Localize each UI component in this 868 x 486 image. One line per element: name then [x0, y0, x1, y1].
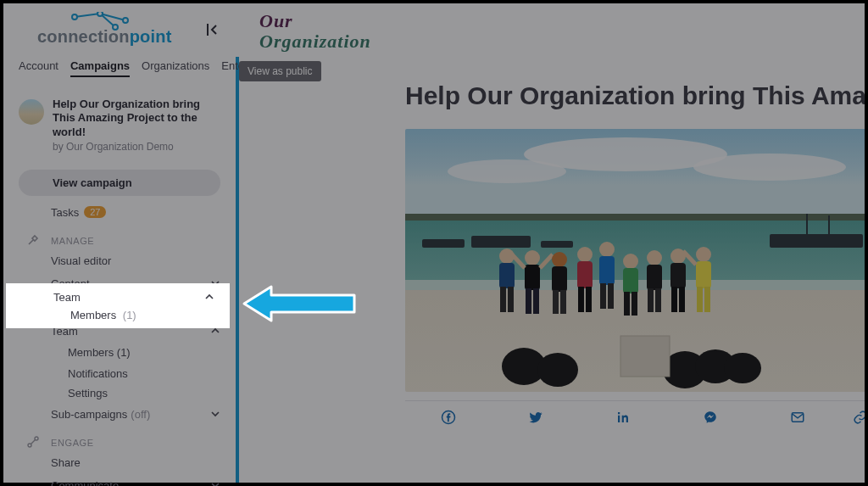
svg-point-60	[670, 249, 686, 264]
svg-rect-17	[471, 236, 531, 248]
subcampaigns-state: (off)	[131, 408, 150, 421]
sidebar-item-tasks[interactable]: Tasks 27	[3, 201, 236, 224]
sidebar-item-communicate[interactable]: Communicate	[3, 474, 236, 486]
svg-rect-42	[553, 290, 559, 314]
org-title-line1: Our	[259, 10, 293, 32]
sidebar-item-team-highlighted[interactable]: Team	[6, 291, 230, 304]
page-title: Help Our Organization bring This Amazing…	[405, 53, 865, 129]
svg-rect-65	[696, 261, 711, 288]
svg-rect-46	[578, 287, 584, 312]
sidebar-item-team-settings[interactable]: Settings	[3, 383, 236, 403]
brand-text-part1: connection	[37, 27, 130, 47]
sidebar-item-label: Visual editor	[51, 254, 111, 267]
members-count: (1)	[117, 346, 131, 359]
svg-point-34	[525, 250, 540, 265]
annotation-arrow	[241, 282, 359, 326]
svg-point-4	[97, 12, 103, 16]
svg-point-12	[448, 159, 566, 183]
share-copy-link-button[interactable]	[841, 401, 865, 433]
svg-rect-43	[560, 290, 566, 314]
share-twitter-button[interactable]	[492, 401, 580, 433]
campaign-byline: by Our Organization Demo	[53, 141, 220, 153]
svg-point-5	[123, 18, 128, 23]
share-linkedin-button[interactable]	[580, 401, 667, 433]
sidebar-item-label: Share	[51, 456, 81, 469]
svg-rect-19	[770, 234, 863, 248]
share-email-button[interactable]	[754, 401, 841, 433]
section-head-label: ENGAGE	[51, 438, 94, 448]
campaign-header[interactable]: Help Our Organization bring This Amazing…	[3, 86, 236, 159]
twitter-icon	[528, 410, 543, 425]
svg-rect-18	[541, 241, 573, 248]
svg-rect-67	[704, 287, 710, 312]
sidebar-item-label: Members	[70, 309, 116, 321]
chevron-down-icon	[210, 409, 220, 419]
sidebar-item-label: Notifications	[68, 367, 128, 380]
sidebar-item-label: Communicate	[51, 479, 119, 486]
sidebar-item-view-campaign[interactable]: View campaign	[19, 170, 220, 196]
sidebar-item-label: View campaign	[53, 176, 132, 189]
hero-image	[405, 129, 865, 392]
svg-rect-35	[525, 265, 540, 290]
svg-point-8	[35, 437, 38, 440]
view-as-public-button[interactable]: View as public	[239, 61, 321, 81]
sidebar-item-subcampaigns[interactable]: Sub-campaigns (off)	[3, 403, 236, 426]
chevron-down-icon	[210, 480, 220, 486]
svg-point-25	[537, 353, 578, 387]
svg-rect-55	[632, 292, 637, 316]
svg-point-3	[72, 14, 77, 20]
svg-point-13	[693, 154, 846, 181]
sidebar-item-label: Tasks	[51, 206, 79, 219]
sidebar-item-team-members-highlighted[interactable]: Members (1)	[6, 304, 230, 321]
share-facebook-button[interactable]	[405, 401, 492, 433]
org-title: Our Organization	[239, 3, 865, 53]
tab-account[interactable]: Account	[19, 59, 58, 77]
svg-rect-49	[599, 256, 615, 285]
collapse-sidebar-button[interactable]	[200, 18, 224, 42]
svg-point-40	[552, 252, 567, 267]
sidebar-item-team-members[interactable]: Members (1)	[3, 343, 236, 362]
org-title-line2: Organization	[259, 31, 371, 53]
tools-icon	[27, 234, 39, 246]
sidebar-item-visual-editor[interactable]: Visual editor	[3, 249, 236, 272]
email-icon	[790, 410, 805, 425]
tasks-count-badge: 27	[84, 206, 106, 218]
messenger-icon	[703, 410, 718, 425]
link-icon	[853, 410, 865, 425]
top-tabs: Account Campaigns Organizations Enterpri…	[3, 53, 236, 86]
svg-rect-53	[623, 268, 638, 293]
svg-rect-66	[697, 287, 703, 312]
svg-rect-29	[620, 336, 670, 377]
campaign-title: Help Our Organization bring This Amazing…	[53, 98, 220, 139]
svg-rect-61	[670, 263, 686, 288]
svg-rect-47	[586, 287, 592, 312]
sidebar: connectionpoint Account Campaigns Organi…	[3, 3, 236, 483]
brand-text-part2: point	[130, 27, 172, 47]
svg-rect-37	[533, 288, 539, 314]
tab-campaigns[interactable]: Campaigns	[70, 59, 130, 77]
network-icon	[27, 436, 39, 448]
hero-illustration	[405, 129, 865, 392]
sidebar-item-share[interactable]: Share	[3, 451, 236, 474]
share-messenger-button[interactable]	[666, 401, 754, 433]
svg-rect-31	[499, 263, 515, 288]
svg-rect-41	[552, 266, 567, 292]
main-content: Our Organization Help Our Organization b…	[239, 3, 865, 483]
sidebar-item-label: Settings	[68, 387, 108, 399]
svg-point-52	[623, 254, 638, 269]
share-row	[405, 400, 865, 433]
campaign-avatar	[19, 99, 44, 125]
svg-point-44	[577, 247, 593, 262]
tab-organizations[interactable]: Organizations	[142, 59, 209, 77]
svg-rect-54	[624, 292, 630, 316]
svg-point-28	[724, 353, 761, 383]
svg-rect-51	[608, 283, 614, 309]
svg-marker-71	[244, 287, 354, 321]
sidebar-item-label: Members	[68, 346, 114, 359]
facebook-icon	[441, 410, 456, 425]
section-head-engage: ENGAGE	[3, 426, 236, 451]
sidebar-item-team-notifications[interactable]: Notifications	[3, 364, 236, 383]
linkedin-icon	[615, 410, 631, 425]
svg-line-0	[75, 14, 100, 17]
view-as-public-label: View as public	[248, 65, 313, 77]
